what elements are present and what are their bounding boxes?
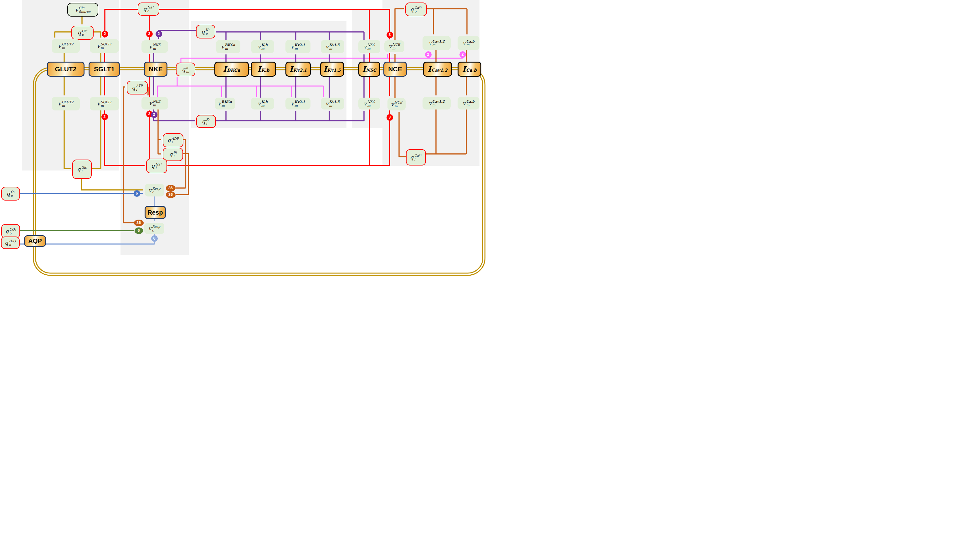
node-qo-k: qK⁺o — [196, 25, 215, 38]
node-vm-kv15-ext: vKv1.5m — [321, 40, 344, 53]
badge-resp-o2-6: 6 — [133, 190, 140, 197]
node-vm-kb-ext: vK,bm — [251, 40, 274, 53]
badge-nke-na-3-top: 3 — [146, 31, 153, 37]
node-vm-nsc-ext: vNSCm — [359, 40, 380, 53]
badge-resp-h2o-6: 6 — [151, 235, 158, 242]
membrane-box-i-kv21: IKv2.1 — [285, 62, 311, 77]
badge-nke-k-2-bottom: 2 — [151, 112, 157, 118]
node-qi-glc: qGlci — [72, 160, 92, 179]
node-qo-glc: qGlco — [72, 26, 93, 40]
node-vm-kb-int: vK,bm — [251, 98, 274, 110]
badge-sglt1-na-2-bottom: 2 — [102, 113, 108, 120]
node-vm-nsc-int: vNSCm — [359, 98, 380, 110]
node-qo-ca: qCa²⁺o — [405, 3, 427, 16]
node-qo-h2o: qH₂Oo — [1, 237, 20, 249]
box-resp: Resp — [145, 206, 166, 219]
node-vm-nce-int: vNCEm — [387, 98, 405, 110]
badge-cab-charge-2: 2 — [459, 51, 466, 58]
node-vm-cav12-int: vCav1.2m — [422, 97, 451, 110]
membrane-box-sglt1: SGLT1 — [88, 62, 120, 77]
membrane-box-nce: NCE — [384, 62, 407, 77]
badge-resp-pi-36: 36 — [166, 192, 175, 198]
node-vm-cab-ext: vCa,bm — [458, 36, 479, 50]
node-vm-nke-ext: vNKEm — [142, 40, 168, 53]
membrane-box-i-nsc: INSC — [359, 62, 380, 77]
node-vm-bkca-ext: vBKCam — [216, 40, 240, 53]
node-vm-glut2-ext: vGLUT2m — [52, 39, 80, 53]
node-qm-e-charge: qem — [176, 63, 195, 76]
node-vm-cab-int: vCa,bm — [458, 97, 479, 110]
badge-nce-na-3-top: 3 — [387, 32, 393, 38]
node-vc-resp-in: vRespc — [145, 184, 164, 197]
membrane-box-nke: NKE — [144, 62, 167, 77]
node-qo-na: qNa⁺o — [138, 3, 159, 16]
badge-nke-k-2-top: 2 — [155, 31, 162, 37]
membrane-box-i-bkca: IBKCa — [214, 62, 249, 77]
badge-resp-atp-36: 36 — [134, 220, 143, 226]
membrane-box-aqp: AQP — [24, 235, 46, 247]
badge-resp-adp-36: 36 — [166, 185, 175, 192]
node-qi-atp: qATPi — [127, 81, 148, 95]
node-vm-cav12-ext: vCav1.2m — [422, 36, 451, 50]
node-vm-nce-ext: vNCEm — [384, 40, 404, 52]
badge-nce-na-3-bottom: 3 — [387, 114, 393, 121]
node-qi-adp: qADPi — [163, 133, 183, 147]
membrane-box-i-cav12: ICav1.2 — [423, 62, 452, 77]
node-vm-nke-int: vNKEm — [142, 97, 168, 110]
node-qi-na: qNa⁺i — [146, 158, 167, 173]
node-v-source-glc: vGlcSource — [67, 3, 98, 17]
node-vm-kv15-int: vKv1.5m — [321, 98, 344, 110]
membrane-box-glut2: GLUT2 — [47, 62, 85, 77]
badge-cav12-charge-2: 2 — [425, 51, 432, 58]
node-qi-pi: qPii — [163, 148, 183, 161]
node-vm-glut2-int: vGLUT2m — [52, 97, 80, 110]
membrane-box-i-cab: ICa,b — [458, 62, 481, 77]
node-vm-kv21-int: vKv2.1m — [285, 98, 310, 110]
cell-transport-diagram: GLUT2 SGLT1 NKE IBKCa IK,b IKv2.1 IKv1.5… — [0, 0, 487, 280]
node-qi-k: qK⁺i — [196, 115, 216, 128]
node-vm-kv21-ext: vKv2.1m — [285, 40, 310, 53]
node-qo-o2: qO₂o — [1, 187, 20, 200]
node-vm-bkca-int: vBKCam — [215, 98, 235, 110]
node-vm-sglt1-ext: vSGLT1m — [90, 39, 119, 53]
badge-resp-co2-6: 6 — [135, 227, 143, 234]
membrane-box-i-kv15: IKv1.5 — [320, 62, 344, 77]
membrane-box-i-kb: IK,b — [251, 62, 276, 77]
node-qi-ca: qCa²⁺i — [406, 149, 426, 165]
node-vm-sglt1-int: vSGLT1m — [90, 97, 119, 110]
badge-sglt1-na-2-top: 2 — [102, 31, 108, 37]
node-vc-resp-out: vRespc — [144, 223, 164, 234]
